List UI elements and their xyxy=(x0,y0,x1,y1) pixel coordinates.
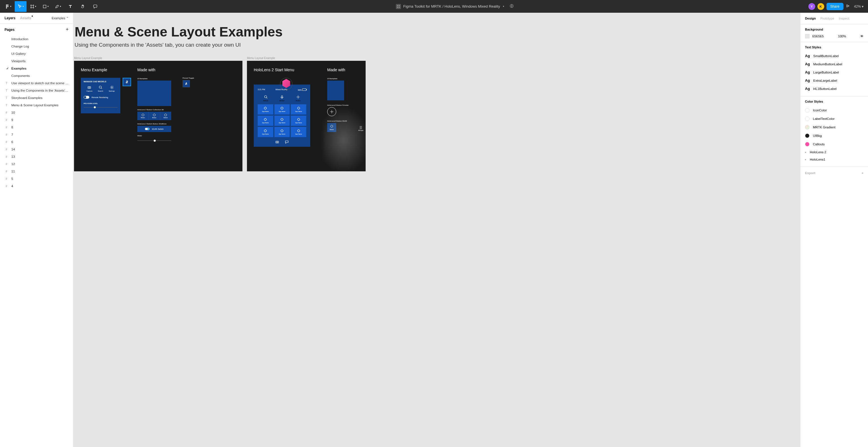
background-row[interactable]: E5E5E5 100% 👁 xyxy=(805,34,864,38)
svg-point-15 xyxy=(331,111,332,112)
pinned-toggle-component xyxy=(183,80,190,87)
slider xyxy=(84,107,118,108)
bg-swatch xyxy=(805,34,809,38)
color-style-item[interactable]: LabelTextColor xyxy=(805,115,864,123)
figma-menu[interactable]: ▾ xyxy=(2,1,14,12)
avatar-1[interactable]: Y xyxy=(808,3,815,10)
made-with-title: Made with xyxy=(137,67,177,72)
button-collection: Button Button Button xyxy=(137,112,171,120)
page-item[interactable]: Components xyxy=(0,72,73,80)
slider-component xyxy=(137,141,171,141)
globe-icon[interactable] xyxy=(510,4,514,9)
text-style-item[interactable]: AgSmallButtonLabel xyxy=(805,52,864,60)
settings-btn: Settings xyxy=(109,85,115,92)
svg-rect-4 xyxy=(399,7,400,8)
layer-item[interactable]: TUse viewport to sketch out the scene l.… xyxy=(0,80,73,87)
menu-card: MANAGE CAD MODELS Capture Search Setting… xyxy=(81,78,120,113)
layer-item[interactable]: #5 xyxy=(0,175,73,182)
left-panel: Layers Assets Examples ⌃ Pages + Introdu… xyxy=(0,13,73,447)
doc-title-text: Figma Toolkit for MRTK / HoloLens, Windo… xyxy=(403,4,500,8)
layer-item[interactable]: TUsing the Components in the 'Assets' t.… xyxy=(0,87,73,94)
app-tile: App Name xyxy=(291,127,306,137)
eye-icon[interactable]: 👁 xyxy=(860,34,864,38)
avatar-2[interactable]: K xyxy=(817,3,824,10)
color-group-item[interactable]: ▸HoloLens 2 xyxy=(805,148,864,156)
color-group-item[interactable]: ▸HoloLens1 xyxy=(805,156,864,163)
text-tool[interactable] xyxy=(64,1,76,12)
circle-button xyxy=(327,107,336,116)
design-tab[interactable]: Design xyxy=(805,17,816,20)
pink-gem xyxy=(280,78,292,90)
layer-item[interactable]: #10 xyxy=(0,109,73,116)
frame-label-2: Menu Layout Example xyxy=(247,57,366,60)
app-tile: App Name xyxy=(291,116,306,126)
page-item[interactable]: Introduction xyxy=(0,35,73,43)
inspect-tab[interactable]: Inspect xyxy=(839,17,849,20)
app-tile: App Name xyxy=(274,116,290,126)
share-button[interactable]: Share xyxy=(827,3,843,10)
add-page-button[interactable]: + xyxy=(66,27,69,32)
layer-item[interactable]: #9 xyxy=(0,116,73,124)
layer-item[interactable]: #14 xyxy=(0,146,73,153)
text-style-item[interactable]: AgExtraLargeLabel xyxy=(805,76,864,85)
layer-item[interactable]: #8 xyxy=(0,124,73,131)
frame-1[interactable]: Menu Example MANAGE CAD MODELS Capture S… xyxy=(74,61,242,171)
page-item[interactable]: UI Gallery xyxy=(0,50,73,57)
svg-rect-1 xyxy=(397,5,398,6)
text-style-item[interactable]: AgMediumButtonLabel xyxy=(805,60,864,68)
right-panel: Design Prototype Inspect Background E5E5… xyxy=(800,13,868,447)
pin-button-selected[interactable] xyxy=(123,78,131,86)
layer-item[interactable]: #13 xyxy=(0,153,73,160)
pen-tool[interactable]: ▾ xyxy=(52,1,64,12)
square-button: Button xyxy=(327,123,336,132)
canvas[interactable]: Menu & Scene Layout Examples Using the C… xyxy=(73,13,800,447)
shape-tool[interactable]: ▾ xyxy=(39,1,52,12)
layer-item[interactable]: #7 xyxy=(0,131,73,138)
top-toolbar: ▾ ▾ ▾ ▾ ▾ Figma Toolkit for MRTK / HoloL… xyxy=(0,0,868,13)
page-item[interactable]: Change Log xyxy=(0,43,73,50)
move-tool[interactable]: ▾ xyxy=(15,1,27,12)
layer-item[interactable]: #4 xyxy=(0,182,73,190)
switch-button: 32x96 Switch xyxy=(137,126,171,132)
canvas-subtitle: Using the Components in the 'Assets' tab… xyxy=(74,42,800,48)
app-tile: App Name xyxy=(274,127,290,137)
color-style-item[interactable]: IconColor xyxy=(805,106,864,115)
ui-backplate-2 xyxy=(327,81,344,100)
layer-item[interactable]: #6 xyxy=(0,138,73,146)
color-style-item[interactable]: Callouts xyxy=(805,140,864,148)
layers-tab[interactable]: Layers xyxy=(4,16,16,20)
export-section[interactable]: Export + xyxy=(801,167,868,179)
prototype-tab[interactable]: Prototype xyxy=(820,17,834,20)
document-title[interactable]: Figma Toolkit for MRTK / HoloLens, Windo… xyxy=(396,4,514,9)
present-icon[interactable] xyxy=(846,4,849,9)
svg-point-10 xyxy=(265,95,267,98)
hand-tool[interactable] xyxy=(77,1,89,12)
color-style-item[interactable]: MRTK Gradient xyxy=(805,123,864,131)
assets-tab[interactable]: Assets xyxy=(20,16,31,20)
svg-point-8 xyxy=(99,86,101,88)
text-style-item[interactable]: AgLargeButtonLabel xyxy=(805,68,864,76)
frame-tool[interactable]: ▾ xyxy=(27,1,39,12)
layer-item[interactable]: #11 xyxy=(0,168,73,175)
zoom-level[interactable]: 42% ▾ xyxy=(852,4,866,8)
page-item[interactable]: Examples xyxy=(0,65,73,72)
layer-item[interactable]: #12 xyxy=(0,160,73,168)
svg-point-12 xyxy=(298,96,299,97)
add-export-icon[interactable]: + xyxy=(862,171,864,175)
page-item[interactable]: Viewports xyxy=(0,57,73,65)
layer-item[interactable]: TStoryboard Examples xyxy=(0,94,73,101)
chat-icon xyxy=(285,140,289,144)
page-selector[interactable]: Examples ⌃ xyxy=(52,17,69,20)
color-style-item[interactable]: UIBkg xyxy=(805,131,864,140)
chevron-down-icon: ▾ xyxy=(503,5,504,8)
doc-icon xyxy=(396,4,401,9)
app-tile: App Name xyxy=(258,116,273,126)
background-label: Background xyxy=(805,28,864,31)
pages-label: Pages xyxy=(4,28,14,32)
comment-tool[interactable] xyxy=(89,1,101,12)
camera-icon xyxy=(275,140,279,144)
text-style-item[interactable]: AgHL1ButtonLabel xyxy=(805,85,864,93)
layer-item[interactable]: TMenu & Scene Layout Examples xyxy=(0,101,73,109)
svg-point-7 xyxy=(89,87,90,88)
frame-2[interactable]: HoloLens 2 Start Menu 3:21 PM Mixed Real… xyxy=(247,61,366,171)
